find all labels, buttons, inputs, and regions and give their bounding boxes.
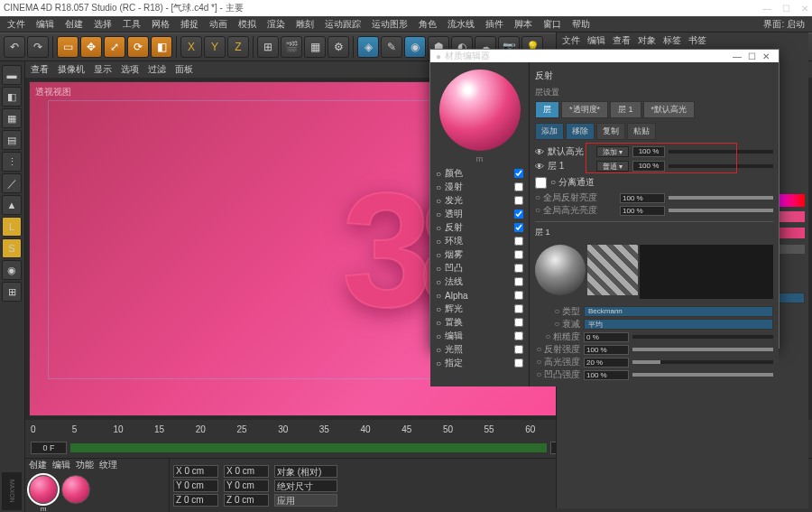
prop-○ 高光强度[interactable]: ○ 高光强度20 % xyxy=(535,356,773,368)
prop-○ 类型[interactable]: ○ 类型Beckmann xyxy=(535,305,773,318)
polygon-mode[interactable]: ▲ xyxy=(2,195,22,215)
pos-z[interactable]: Z 0 cm xyxy=(173,494,218,507)
channel-烟雾[interactable]: ○烟雾 xyxy=(434,248,525,261)
channel-置换[interactable]: ○置换 xyxy=(434,316,525,329)
axis-x[interactable]: X xyxy=(180,36,202,58)
dialog-close[interactable]: ✕ xyxy=(759,51,773,61)
menu-角色[interactable]: 角色 xyxy=(419,18,437,31)
obj-tab-编辑[interactable]: 编辑 xyxy=(587,34,605,47)
menu-创建[interactable]: 创建 xyxy=(65,18,83,31)
pos-x[interactable]: X 0 cm xyxy=(173,465,218,478)
channel-反射[interactable]: ○反射 xyxy=(434,221,525,234)
menu-工具[interactable]: 工具 xyxy=(123,18,141,31)
menu-帮助[interactable]: 帮助 xyxy=(572,18,590,31)
render-view[interactable]: 🎬 xyxy=(281,36,302,58)
scale-tool[interactable]: ⤢ xyxy=(104,36,125,58)
undo-button[interactable]: ↶ xyxy=(4,36,25,58)
mat-tab-纹理[interactable]: 纹理 xyxy=(99,459,117,471)
menu-模拟[interactable]: 模拟 xyxy=(238,18,256,31)
vp-menu-面板[interactable]: 面板 xyxy=(175,63,193,76)
size-x[interactable]: X 0 cm xyxy=(224,465,269,478)
pos-y[interactable]: Y 0 cm xyxy=(173,479,218,492)
refl-tab-3[interactable]: *默认高光 xyxy=(643,101,696,118)
channel-透明[interactable]: ○透明 xyxy=(434,208,525,220)
render-settings[interactable]: ⚙ xyxy=(328,36,349,58)
layer-env-preview[interactable] xyxy=(535,245,586,295)
refl-tab-0[interactable]: 层 xyxy=(535,101,559,118)
axis-y[interactable]: Y xyxy=(204,36,226,58)
size-z[interactable]: Z 0 cm xyxy=(224,494,269,507)
model-mode[interactable]: ▬ xyxy=(2,65,22,85)
layer-row[interactable]: 👁层 1普通 ▾100 % xyxy=(535,159,773,173)
layer-btn-粘贴[interactable]: 粘贴 xyxy=(627,123,656,140)
vp-menu-选项[interactable]: 选项 xyxy=(121,63,139,76)
material-thumb-selected[interactable] xyxy=(29,475,58,504)
render-region[interactable]: ▦ xyxy=(304,36,326,58)
channel-漫射[interactable]: ○漫射 xyxy=(434,181,525,193)
close-icon[interactable]: ✕ xyxy=(801,4,808,14)
size-mode[interactable]: 绝对尺寸 xyxy=(274,479,337,492)
menu-动画[interactable]: 动画 xyxy=(209,18,227,31)
channel-发光[interactable]: ○发光 xyxy=(434,194,525,207)
vp-menu-过滤[interactable]: 过滤 xyxy=(148,63,166,76)
dialog-maximize[interactable]: ☐ xyxy=(744,51,759,61)
dialog-material-name[interactable]: m xyxy=(434,154,525,163)
move-tool[interactable]: ✥ xyxy=(80,36,102,58)
channel-颜色[interactable]: ○颜色 xyxy=(434,167,525,180)
obj-tab-标签[interactable]: 标签 xyxy=(663,34,681,47)
menu-雕刻[interactable]: 雕刻 xyxy=(296,18,314,31)
redo-button[interactable]: ↷ xyxy=(27,36,49,58)
obj-tab-查看[interactable]: 查看 xyxy=(613,34,631,47)
menu-脚本[interactable]: 脚本 xyxy=(514,18,532,31)
more-tools[interactable]: ⊞ xyxy=(2,282,22,302)
refl-tab-2[interactable]: 层 1 xyxy=(610,101,641,118)
menu-插件[interactable]: 插件 xyxy=(485,18,503,31)
menu-网格[interactable]: 网格 xyxy=(152,18,170,31)
spline-tool[interactable]: ✎ xyxy=(381,36,402,58)
menu-运动跟踪[interactable]: 运动跟踪 xyxy=(325,18,361,31)
object-mode[interactable]: ◧ xyxy=(2,87,22,107)
layer-row[interactable]: 👁默认高光添加 ▾100 % xyxy=(535,144,773,159)
menu-选择[interactable]: 选择 xyxy=(94,18,112,31)
rotate-tool[interactable]: ⟳ xyxy=(127,36,149,58)
prop-○ 反射强度[interactable]: ○ 反射强度100 % xyxy=(535,343,773,356)
prop-○ 凹凸强度[interactable]: ○ 凹凸强度100 % xyxy=(535,368,773,381)
cube-primitive[interactable]: ◈ xyxy=(357,36,379,58)
prop-○ 衰减[interactable]: ○ 衰减平均 xyxy=(535,318,773,330)
size-y[interactable]: Y 0 cm xyxy=(224,479,269,492)
apply-button[interactable]: 应用 xyxy=(274,494,337,507)
mat-tab-功能[interactable]: 功能 xyxy=(76,459,94,471)
channel-编辑[interactable]: ○编辑 xyxy=(434,330,525,342)
menu-窗口[interactable]: 窗口 xyxy=(543,18,561,31)
channel-辉光[interactable]: ○辉光 xyxy=(434,303,525,315)
layout-selector[interactable]: 界面: 启动 xyxy=(763,18,805,31)
channel-环境[interactable]: ○环境 xyxy=(434,235,525,247)
coord-system[interactable]: ⊞ xyxy=(257,36,279,58)
frame-start[interactable]: 0 F xyxy=(31,442,67,454)
menu-编辑[interactable]: 编辑 xyxy=(36,18,54,31)
minimize-icon[interactable]: — xyxy=(762,4,771,14)
dialog-material-preview[interactable] xyxy=(439,70,521,151)
mat-tab-编辑[interactable]: 编辑 xyxy=(52,459,70,471)
edge-mode[interactable]: ／ xyxy=(2,173,22,193)
menu-文件[interactable]: 文件 xyxy=(7,18,25,31)
menu-捕捉[interactable]: 捕捉 xyxy=(180,18,198,31)
axis-mode[interactable]: L xyxy=(2,217,22,237)
obj-tab-书签[interactable]: 书签 xyxy=(688,34,706,47)
point-mode[interactable]: ⋮ xyxy=(2,152,22,172)
mat-tab-创建[interactable]: 创建 xyxy=(29,459,47,471)
snap-mode[interactable]: S xyxy=(2,238,22,258)
vp-menu-摄像机[interactable]: 摄像机 xyxy=(58,63,85,76)
axis-z[interactable]: Z xyxy=(227,36,249,58)
nurbs-tool[interactable]: ◉ xyxy=(404,36,426,58)
layer-btn-复制[interactable]: 复制 xyxy=(596,123,625,140)
coord-mode[interactable]: 对象 (相对) xyxy=(274,465,337,478)
maximize-icon[interactable]: ☐ xyxy=(782,4,790,14)
channel-光照[interactable]: ○光照 xyxy=(434,343,525,356)
layer-btn-添加[interactable]: 添加 xyxy=(535,123,564,140)
layer-btn-移除[interactable]: 移除 xyxy=(566,123,595,140)
vp-menu-查看[interactable]: 查看 xyxy=(31,63,49,76)
channel-凹凸[interactable]: ○凹凸 xyxy=(434,262,525,275)
channel-Alpha[interactable]: ○Alpha xyxy=(434,289,525,302)
dialog-minimize[interactable]: — xyxy=(730,51,744,61)
